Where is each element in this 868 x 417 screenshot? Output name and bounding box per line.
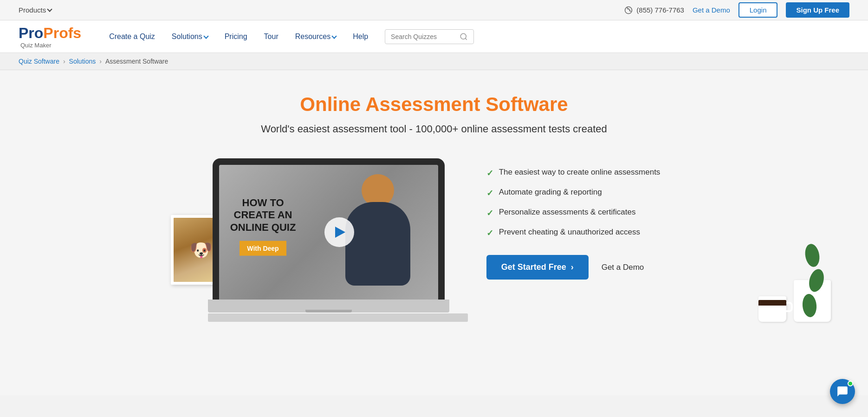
logo-wordmark: ProProfs — [19, 25, 81, 42]
hero-subtitle: World's easiest assessment tool - 100,00… — [19, 123, 849, 135]
resources-chevron-icon — [332, 33, 337, 39]
breadcrumb-solutions[interactable]: Solutions — [69, 58, 96, 65]
leaf-3 — [802, 293, 817, 318]
person-body — [345, 202, 410, 286]
video-content: HOW TO CREATE AN ONLINE QUIZ With Deep — [219, 165, 438, 300]
breadcrumb-sep-1: › — [63, 58, 65, 65]
top-bar-left: Products — [19, 6, 52, 14]
breadcrumb-current: Assessment Software — [105, 58, 168, 65]
check-icon-2: ✓ — [486, 188, 493, 198]
coffee-handle — [786, 302, 793, 312]
nav-create-quiz[interactable]: Create a Quiz — [109, 33, 155, 41]
logo-subtitle: Quiz Maker — [20, 42, 81, 49]
chat-icon — [836, 385, 849, 395]
leaf-2 — [807, 267, 826, 293]
arrow-icon: › — [571, 262, 574, 272]
plant-pot — [794, 280, 831, 322]
feature-item-3: ✓ Personalize assessments & certificates — [486, 208, 661, 218]
main-nav: ProProfs Quiz Maker Create a Quiz Soluti… — [0, 20, 868, 53]
logo: ProProfs Quiz Maker — [19, 25, 81, 49]
nav-pricing[interactable]: Pricing — [225, 33, 247, 41]
get-started-button[interactable]: Get Started Free › — [486, 255, 589, 280]
products-dropdown[interactable]: Products — [19, 6, 52, 14]
feature-text-3: Personalize assessments & certificates — [499, 208, 636, 217]
get-demo-link-hero[interactable]: Get a Demo — [602, 263, 644, 272]
cta-area: Get Started Free › Get a Demo — [486, 255, 661, 280]
breadcrumb-sep-2: › — [99, 58, 102, 65]
hero-section: Online Assessment Software World's easie… — [0, 70, 868, 395]
logo-area[interactable]: ProProfs Quiz Maker — [19, 25, 81, 49]
leaf-1 — [803, 243, 821, 268]
laptop-mockup: HOW TO CREATE AN ONLINE QUIZ With Deep — [208, 158, 449, 322]
nav-solutions[interactable]: Solutions — [172, 33, 208, 41]
nav-links: Create a Quiz Solutions Pricing Tour Res… — [109, 29, 849, 44]
chat-online-indicator — [848, 381, 853, 386]
laptop-area: 🐶 HOW TO CREATE AN ONLINE QUIZ — [208, 158, 449, 322]
feature-text-4: Prevent cheating & unauthorized access — [499, 228, 640, 237]
plant-container — [758, 280, 831, 322]
logo-pro: Pro — [19, 25, 43, 41]
phone-number: (855) 776-7763 — [636, 6, 684, 14]
desk-decoration — [758, 280, 831, 322]
nav-tour[interactable]: Tour — [264, 33, 279, 41]
feature-text-2: Automate grading & reporting — [499, 188, 602, 197]
laptop-base — [208, 300, 449, 313]
signup-button[interactable]: Sign Up Free — [786, 2, 849, 18]
svg-point-1 — [460, 33, 466, 39]
check-icon-4: ✓ — [486, 228, 493, 238]
coffee-mug — [758, 296, 786, 322]
play-icon — [335, 227, 345, 238]
breadcrumb-quiz-software[interactable]: Quiz Software — [19, 58, 59, 65]
svg-point-0 — [625, 7, 632, 13]
get-demo-link-top[interactable]: Get a Demo — [693, 6, 730, 14]
nav-help[interactable]: Help — [353, 33, 368, 41]
plant-leaves — [800, 243, 824, 318]
feature-item-2: ✓ Automate grading & reporting — [486, 188, 661, 198]
laptop-screen-outer: HOW TO CREATE AN ONLINE QUIZ With Deep — [213, 158, 445, 300]
products-label: Products — [19, 6, 46, 14]
video-title: HOW TO CREATE AN ONLINE QUIZ — [230, 197, 296, 234]
solutions-chevron-icon — [203, 33, 208, 39]
video-title-area: HOW TO CREATE AN ONLINE QUIZ With Deep — [230, 197, 296, 256]
phone-area: (855) 776-7763 — [624, 6, 684, 14]
products-chevron-icon — [47, 7, 52, 12]
features-side: ✓ The easiest way to create online asses… — [486, 158, 661, 280]
feature-text-1: The easiest way to create online assessm… — [499, 168, 661, 177]
breadcrumb: Quiz Software › Solutions › Assessment S… — [0, 53, 868, 70]
hero-title: Online Assessment Software — [19, 93, 849, 116]
check-icon-3: ✓ — [486, 208, 493, 218]
feature-item-1: ✓ The easiest way to create online asses… — [486, 168, 661, 178]
phone-icon — [624, 6, 633, 14]
login-button[interactable]: Login — [738, 2, 778, 18]
play-button[interactable] — [324, 217, 354, 247]
search-input[interactable] — [391, 33, 456, 40]
logo-profs: Profs — [43, 25, 81, 41]
top-bar: Products (855) 776-7763 Get a Demo Login… — [0, 0, 868, 20]
svg-line-2 — [466, 38, 467, 39]
laptop-keyboard — [208, 313, 468, 322]
hero-content: 🐶 HOW TO CREATE AN ONLINE QUIZ — [19, 158, 849, 322]
feature-item-4: ✓ Prevent cheating & unauthorized access — [486, 228, 661, 238]
search-icon — [460, 33, 468, 41]
check-icon-1: ✓ — [486, 168, 493, 178]
laptop-screen: HOW TO CREATE AN ONLINE QUIZ With Deep — [219, 165, 438, 300]
nav-resources[interactable]: Resources — [295, 33, 336, 41]
search-area[interactable] — [385, 29, 474, 44]
top-bar-right: (855) 776-7763 Get a Demo Login Sign Up … — [624, 2, 849, 18]
video-with-deep: With Deep — [240, 241, 286, 256]
